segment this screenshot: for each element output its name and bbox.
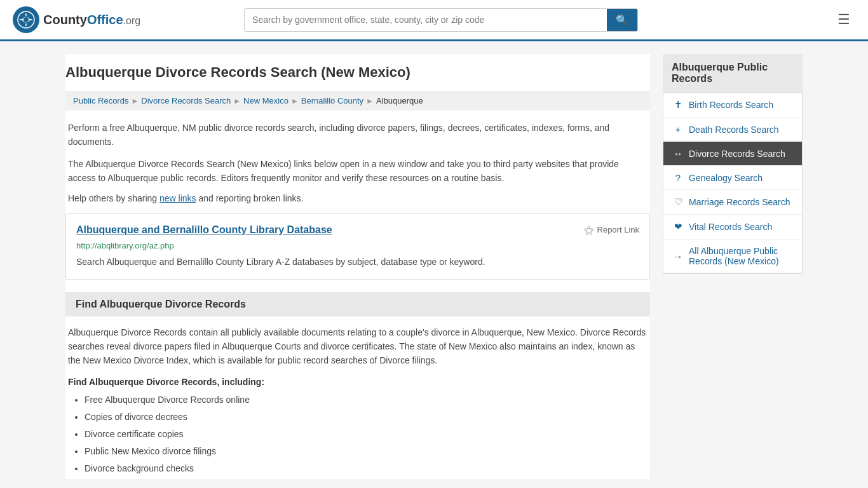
breadcrumb-sep-1: ► bbox=[131, 97, 139, 105]
find-list-item: Free Albuquerque Divorce Records online bbox=[85, 393, 650, 407]
breadcrumb-sep-3: ► bbox=[291, 97, 299, 105]
resource-title-link[interactable]: Albuquerque and Bernalillo County Librar… bbox=[76, 224, 332, 235]
find-section-header: Find Albuquerque Divorce Records bbox=[65, 292, 650, 316]
logo-text: CountyOffice.org bbox=[43, 13, 140, 27]
sidebar-item-5[interactable]: ❤Vital Records Search bbox=[663, 215, 802, 240]
sidebar-item-label-6: All Albuquerque Public Records (New Mexi… bbox=[689, 246, 793, 266]
sidebar-item-3[interactable]: ?Genealogy Search bbox=[663, 166, 802, 190]
sidebar-items-container: ✝Birth Records Search+Death Records Sear… bbox=[663, 92, 803, 274]
birth-icon: ✝ bbox=[672, 99, 684, 111]
description-para1: Perform a free Albuquerque, NM public di… bbox=[68, 121, 648, 149]
vital-icon: ❤ bbox=[672, 221, 684, 233]
search-button[interactable]: 🔍 bbox=[607, 9, 637, 31]
content-area: Albuquerque Divorce Records Search (New … bbox=[65, 54, 650, 479]
logo[interactable]: CountyOffice.org bbox=[13, 6, 140, 33]
description-para2: The Albuquerque Divorce Records Search (… bbox=[68, 157, 648, 186]
resource-card: ⚝ Report Link Albuquerque and Bernalillo… bbox=[65, 214, 650, 280]
sidebar-item-label-2: Divorce Records Search bbox=[689, 149, 785, 159]
sidebar-title: Albuquerque Public Records bbox=[663, 54, 803, 92]
sidebar-item-6[interactable]: →All Albuquerque Public Records (New Mex… bbox=[663, 240, 802, 273]
breadcrumb-bernalillo[interactable]: Bernalillo County bbox=[301, 96, 363, 105]
breadcrumb-albuquerque: Albuquerque bbox=[376, 96, 423, 105]
search-icon: 🔍 bbox=[616, 15, 628, 25]
sidebar-item-label-3: Genealogy Search bbox=[689, 173, 763, 183]
sidebar-item-2[interactable]: ↔Divorce Records Search bbox=[663, 142, 802, 166]
breadcrumb-sep-2: ► bbox=[233, 97, 241, 105]
find-list-item: Copies of divorce decrees bbox=[85, 410, 650, 424]
sidebar-item-label-5: Vital Records Search bbox=[689, 222, 772, 232]
resource-description: Search Albuquerque and Bernalillo County… bbox=[76, 255, 639, 269]
resource-url[interactable]: http://abqlibrary.org/az.php bbox=[76, 241, 639, 250]
new-links-link[interactable]: new links bbox=[159, 193, 196, 203]
logo-icon bbox=[13, 6, 39, 33]
sidebar: Albuquerque Public Records ✝Birth Record… bbox=[663, 54, 803, 479]
description-area: Perform a free Albuquerque, NM public di… bbox=[65, 121, 650, 203]
find-subheader: Find Albuquerque Divorce Records, includ… bbox=[65, 377, 650, 387]
sidebar-item-label-0: Birth Records Search bbox=[689, 100, 773, 110]
search-bar: 🔍 bbox=[244, 8, 638, 32]
report-icon: ⚝ bbox=[584, 224, 594, 236]
death-icon: + bbox=[672, 124, 684, 135]
marriage-icon: ♡ bbox=[672, 196, 684, 208]
breadcrumb: Public Records ► Divorce Records Search … bbox=[65, 91, 650, 111]
page-title: Albuquerque Divorce Records Search (New … bbox=[65, 54, 650, 87]
main-container: Albuquerque Divorce Records Search (New … bbox=[53, 41, 815, 488]
sidebar-item-label-1: Death Records Search bbox=[689, 125, 779, 135]
divorce-icon: ↔ bbox=[672, 148, 684, 159]
all-records-icon: → bbox=[672, 251, 684, 262]
search-input[interactable] bbox=[245, 9, 607, 31]
find-list: Free Albuquerque Divorce Records onlineC… bbox=[65, 393, 650, 475]
header: CountyOffice.org 🔍 ☰ bbox=[0, 0, 868, 41]
genealogy-icon: ? bbox=[672, 172, 684, 183]
find-list-item: Divorce background checks bbox=[85, 462, 650, 475]
svg-point-1 bbox=[24, 17, 29, 22]
sidebar-item-0[interactable]: ✝Birth Records Search bbox=[663, 93, 802, 118]
report-link-button[interactable]: ⚝ Report Link bbox=[584, 224, 639, 236]
find-description: Albuquerque Divorce Records contain all … bbox=[65, 325, 650, 368]
find-list-item: Public New Mexico divorce filings bbox=[85, 445, 650, 458]
help-text: Help others by sharing new links and rep… bbox=[68, 193, 648, 203]
hamburger-icon: ☰ bbox=[837, 11, 850, 27]
breadcrumb-public-records[interactable]: Public Records bbox=[73, 96, 128, 105]
breadcrumb-sep-4: ► bbox=[366, 97, 374, 105]
sidebar-item-4[interactable]: ♡Marriage Records Search bbox=[663, 190, 802, 215]
sidebar-item-label-4: Marriage Records Search bbox=[689, 197, 790, 207]
find-list-item: Divorce certificate copies bbox=[85, 428, 650, 441]
menu-button[interactable]: ☰ bbox=[832, 9, 855, 30]
find-section: Find Albuquerque Divorce Records Albuque… bbox=[65, 292, 650, 475]
breadcrumb-new-mexico[interactable]: New Mexico bbox=[243, 96, 288, 105]
sidebar-item-1[interactable]: +Death Records Search bbox=[663, 118, 802, 142]
breadcrumb-divorce-records[interactable]: Divorce Records Search bbox=[141, 96, 231, 105]
